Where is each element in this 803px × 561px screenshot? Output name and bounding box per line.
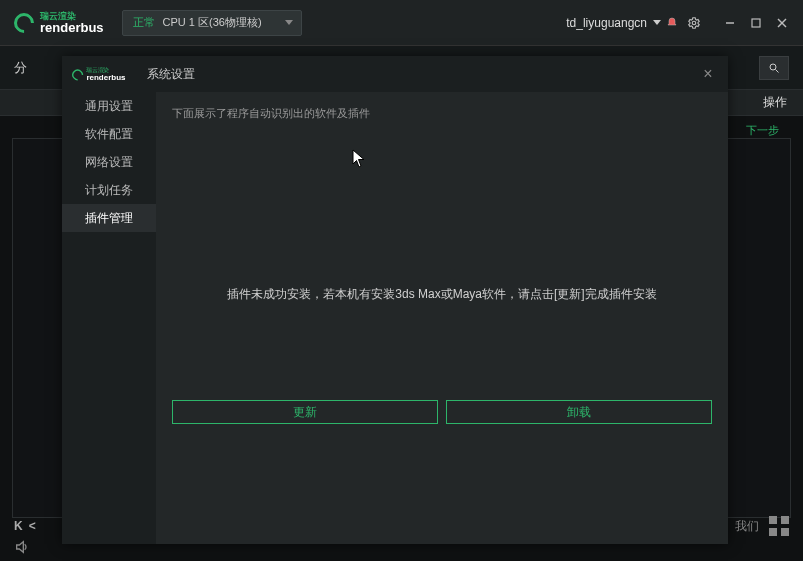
contact-us[interactable]: 我们 (735, 518, 759, 535)
sidebar-item-software[interactable]: 软件配置 (62, 120, 156, 148)
notification-icon[interactable] (661, 12, 683, 34)
dialog-close-button[interactable]: × (698, 65, 718, 83)
user-menu[interactable]: td_liyuguangcn (566, 16, 661, 30)
column-operate: 操作 (763, 94, 787, 111)
dialog-header: 瑞云渲染 renderbus 系统设置 × (62, 56, 728, 92)
logo-icon (10, 8, 38, 36)
chevron-down-icon (653, 20, 661, 25)
svg-point-5 (770, 64, 776, 70)
user-name: td_liyuguangcn (566, 16, 647, 30)
search-button[interactable] (759, 56, 789, 80)
region-selector[interactable]: 正常 CPU 1 区(36物理核) (122, 10, 302, 36)
minimize-button[interactable] (719, 12, 741, 34)
sidebar-item-plugins[interactable]: 插件管理 (62, 204, 156, 232)
dialog-sidebar: 通用设置 软件配置 网络设置 计划任务 插件管理 (62, 92, 156, 544)
next-step-link[interactable]: 下一步 (746, 120, 779, 136)
svg-rect-2 (752, 19, 760, 27)
pager-first[interactable]: K (14, 519, 23, 533)
svg-point-0 (692, 21, 696, 25)
update-button[interactable]: 更新 (172, 400, 438, 424)
settings-icon[interactable] (683, 12, 705, 34)
svg-line-6 (776, 69, 779, 72)
sidebar-item-schedule[interactable]: 计划任务 (62, 176, 156, 204)
plugin-hint: 下面展示了程序自动识别出的软件及插件 (172, 106, 712, 121)
app-logo: 瑞云渲染 renderbus (14, 12, 104, 34)
sidebar-item-network[interactable]: 网络设置 (62, 148, 156, 176)
title-bar: 瑞云渲染 renderbus 正常 CPU 1 区(36物理核) td_liyu… (0, 0, 803, 46)
region-name: CPU 1 区(36物理核) (163, 15, 262, 30)
dialog-logo: 瑞云渲染 renderbus (72, 67, 126, 81)
sidebar-item-general[interactable]: 通用设置 (62, 92, 156, 120)
pager: K < (14, 519, 36, 533)
dialog-content: 下面展示了程序自动识别出的软件及插件 插件未成功安装，若本机有安装3ds Max… (156, 92, 728, 544)
brand-en: renderbus (40, 21, 104, 34)
tab-label[interactable]: 分 (14, 59, 27, 77)
qr-icon[interactable] (769, 516, 789, 536)
logo-icon (70, 66, 86, 82)
settings-dialog: 瑞云渲染 renderbus 系统设置 × 通用设置 软件配置 网络设置 计划任… (62, 56, 728, 544)
window-controls (719, 12, 793, 34)
close-button[interactable] (771, 12, 793, 34)
sound-icon[interactable] (14, 539, 30, 559)
maximize-button[interactable] (745, 12, 767, 34)
region-status: 正常 (133, 15, 155, 30)
dialog-title: 系统设置 (147, 66, 195, 83)
plugin-empty-message: 插件未成功安装，若本机有安装3ds Max或Maya软件，请点击[更新]完成插件… (172, 121, 712, 528)
uninstall-button[interactable]: 卸载 (446, 400, 712, 424)
chevron-down-icon (285, 20, 293, 25)
pager-prev[interactable]: < (29, 519, 36, 533)
